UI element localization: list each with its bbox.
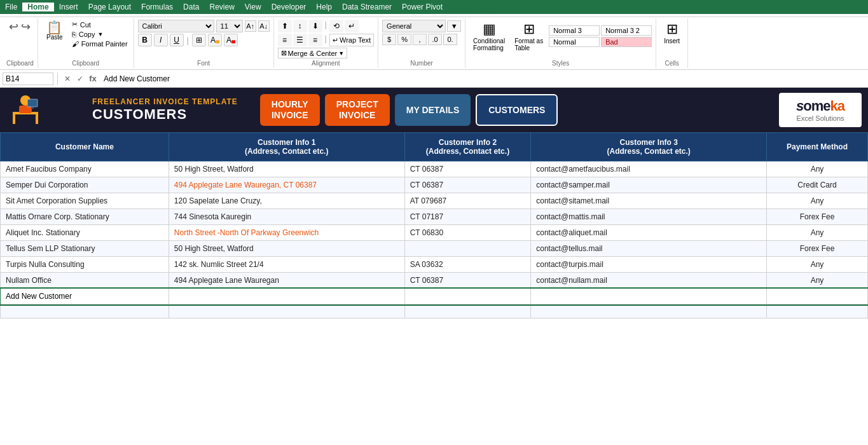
cell-info1[interactable]: 494 Applegate Lane Wauregan (169, 273, 404, 289)
menu-file[interactable]: File (0, 3, 22, 11)
cell-payment[interactable]: Any (767, 193, 868, 209)
menu-help[interactable]: Help (311, 3, 337, 11)
merge-center-button[interactable]: ⊠ Merge & Center ▼ (278, 48, 348, 58)
formula-input[interactable] (101, 74, 865, 83)
cell-reference-input[interactable] (3, 72, 53, 85)
cell-info2[interactable]: CT 06387 (404, 273, 531, 289)
copy-dropdown-icon[interactable]: ▼ (98, 31, 104, 38)
cell-info2[interactable]: CT 06830 (404, 225, 531, 241)
font-size-select[interactable]: 11 (216, 20, 243, 32)
cell-info2[interactable] (404, 241, 531, 257)
decrease-font-size-button[interactable]: A↓ (258, 20, 270, 32)
cell-payment[interactable]: Any (767, 225, 868, 241)
copy-button[interactable]: ⎘ Copy ▼ (70, 30, 130, 39)
menu-insert[interactable]: Insert (54, 3, 83, 11)
cell-info2[interactable]: SA 03632 (404, 257, 531, 273)
font-name-select[interactable]: Calibri (138, 20, 214, 32)
cell-info1[interactable]: 142 sk. Numlic Street 21/4 (169, 257, 404, 273)
cell-customer-name[interactable]: Sit Amet Corporation Supplies (1, 193, 169, 209)
fill-color-button[interactable]: A▄ (208, 34, 222, 46)
cell-info1[interactable]: North Street -North Of Parkway Greenwich (169, 225, 404, 241)
underline-button[interactable]: U (170, 34, 184, 46)
cell-info1[interactable]: 120 Sapelate Lane Cruzy, (169, 193, 404, 209)
normal3-style[interactable]: Normal 3 (549, 25, 600, 36)
merge-dropdown-icon[interactable]: ▼ (338, 50, 344, 57)
percent-button[interactable]: % (397, 34, 411, 45)
cell-customer-name[interactable]: Aliquet Inc. Stationary (1, 225, 169, 241)
align-middle-button[interactable]: ↕ (293, 20, 307, 32)
normal32-style[interactable]: Normal 3 2 (601, 25, 652, 36)
project-invoice-button[interactable]: PROJECTINVOICE (325, 94, 390, 126)
cell-info3[interactable]: contact@tellus.mail (531, 241, 767, 257)
my-details-button[interactable]: MY DETAILS (395, 94, 471, 126)
menu-view[interactable]: View (240, 3, 266, 11)
insert-function-icon[interactable]: fx (87, 73, 99, 85)
add-customer-row[interactable] (1, 289, 868, 305)
number-format-select[interactable]: General (382, 20, 446, 32)
cell-info1[interactable]: 744 Sinesota Kauregin (169, 209, 404, 225)
cell-info3[interactable]: contact@nullam.mail (531, 273, 767, 289)
undo-button[interactable]: ↩ (9, 20, 18, 34)
normal-style[interactable]: Normal (549, 37, 600, 47)
format-painter-button[interactable]: 🖌 Format Painter (70, 39, 130, 48)
accounting-format-button[interactable]: $ (382, 34, 396, 45)
cell-payment[interactable]: Any (767, 161, 868, 177)
cell-info3[interactable]: contact@sitamet.mail (531, 193, 767, 209)
cell-customer-name[interactable]: Turpis Nulla Consulting (1, 257, 169, 273)
increase-decimal-button[interactable]: .0 (428, 34, 442, 45)
cell-info3[interactable]: contact@aliquet.mail (531, 225, 767, 241)
menu-power-pivot[interactable]: Power Pivot (397, 3, 448, 11)
cell-info3[interactable]: contact@turpis.mail (531, 257, 767, 273)
menu-home[interactable]: Home (22, 3, 53, 11)
cell-customer-name[interactable]: Tellus Sem LLP Stationary (1, 241, 169, 257)
conditional-formatting-button[interactable]: ▦ ConditionalFormatting (469, 20, 509, 53)
cell-customer-name[interactable]: Mattis Ornare Corp. Stationary (1, 209, 169, 225)
menu-formulas[interactable]: Formulas (136, 3, 178, 11)
cancel-formula-icon[interactable]: ✕ (62, 73, 73, 85)
font-color-button[interactable]: A▄ (224, 34, 238, 46)
align-right-button[interactable]: ≡ (308, 34, 322, 46)
align-bottom-button[interactable]: ⬇ (308, 20, 322, 32)
cell-info3[interactable]: contact@mattis.mail (531, 209, 767, 225)
menu-review[interactable]: Review (204, 3, 239, 11)
cell-info1[interactable]: 50 High Street, Watford (169, 241, 404, 257)
insert-button[interactable]: ⊞ Insert (661, 20, 682, 46)
cell-info2[interactable]: CT 06387 (404, 177, 531, 193)
wrap-text-button[interactable]: ↵ Wrap Text (329, 34, 374, 46)
add-customer-input[interactable] (6, 292, 163, 301)
cell-payment[interactable]: Forex Fee (767, 241, 868, 257)
cell-info1[interactable]: 494 Applegate Lane Wauregan, CT 06387 (169, 177, 404, 193)
bad-style[interactable]: Bad (601, 37, 652, 47)
cell-payment[interactable]: Credit Card (767, 177, 868, 193)
menu-developer[interactable]: Developer (266, 3, 312, 11)
customers-nav-button[interactable]: CUSTOMERS (476, 94, 558, 126)
menu-data-streamer[interactable]: Data Streamer (337, 3, 397, 11)
decrease-decimal-button[interactable]: 0. (443, 34, 457, 45)
number-format-dropdown[interactable]: ▼ (447, 20, 461, 32)
cell-payment[interactable]: Any (767, 273, 868, 289)
redo-button[interactable]: ↪ (21, 20, 31, 34)
hourly-invoice-button[interactable]: HOURLYINVOICE (260, 94, 320, 126)
cut-button[interactable]: ✂ Cut (70, 20, 130, 29)
align-top-button[interactable]: ⬆ (278, 20, 292, 32)
menu-table-design[interactable]: Table Design (448, 3, 505, 11)
menu-data[interactable]: Data (178, 3, 204, 11)
border-button[interactable]: ⊞ (192, 34, 206, 46)
cell-customer-name[interactable]: Amet Faucibus Company (1, 161, 169, 177)
add-customer-cell[interactable] (1, 289, 169, 305)
cell-info1[interactable]: 50 High Street, Watford (169, 161, 404, 177)
bold-button[interactable]: B (138, 34, 152, 46)
cell-info3[interactable]: contact@samper.mail (531, 177, 767, 193)
confirm-formula-icon[interactable]: ✓ (74, 73, 86, 85)
cell-info2[interactable]: CT 07187 (404, 209, 531, 225)
cell-customer-name[interactable]: Nullam Office (1, 273, 169, 289)
indent-button[interactable]: ↵ (345, 20, 359, 32)
cell-customer-name[interactable]: Semper Dui Corporation (1, 177, 169, 193)
align-left-button[interactable]: ≡ (278, 34, 292, 46)
menu-page-layout[interactable]: Page Layout (83, 3, 136, 11)
text-direction-button[interactable]: ⟲ (329, 20, 343, 32)
comma-style-button[interactable]: , (413, 34, 427, 45)
increase-font-size-button[interactable]: A↑ (245, 20, 256, 32)
paste-button[interactable]: 📋 Paste (42, 20, 67, 42)
italic-button[interactable]: I (154, 34, 168, 46)
